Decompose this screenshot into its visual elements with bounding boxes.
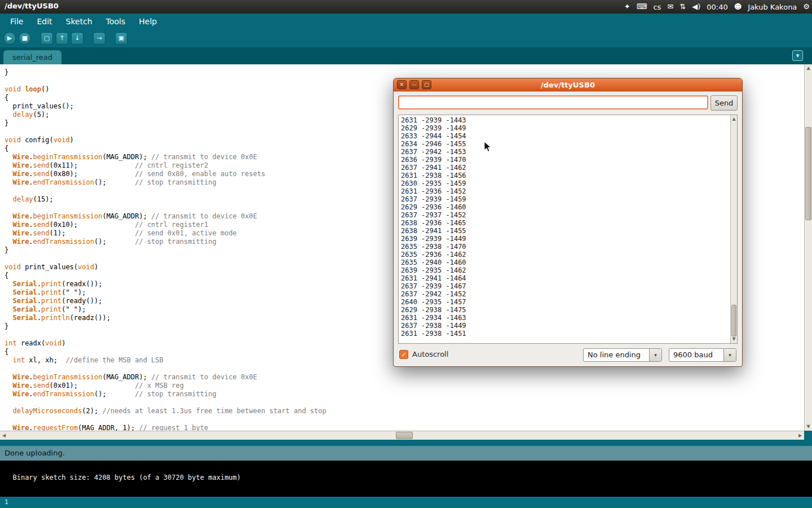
volume-icon[interactable]: ◀) xyxy=(692,0,700,14)
monitor-scroll-up-icon[interactable]: ▲ xyxy=(731,115,737,123)
upload-button[interactable]: → xyxy=(93,32,105,45)
menu-help[interactable]: Help xyxy=(134,15,161,28)
baud-rate-dropdown[interactable]: 9600 baud ▾ xyxy=(669,348,736,362)
tab-menu-icon: ▾ xyxy=(796,52,800,59)
serial-send-input[interactable] xyxy=(398,95,708,110)
keyboard-icon[interactable]: ⌨ xyxy=(637,0,647,14)
serial-monitor-button[interactable]: ▣ xyxy=(115,32,127,45)
monitor-scroll-down-icon[interactable]: ▼ xyxy=(731,335,737,343)
user-icon: ☻ xyxy=(734,0,742,14)
editor-vscroll-thumb[interactable] xyxy=(805,127,811,220)
serial-monitor-titlebar[interactable]: ✕ — ▢ /dev/ttyUSB0 xyxy=(394,78,742,91)
save-icon: ↓ xyxy=(74,34,80,42)
check-icon: ✓ xyxy=(401,351,406,358)
tab-label: serial_read xyxy=(12,53,52,62)
status-message: Done uploading. xyxy=(5,449,65,457)
keyboard-layout-label[interactable]: cs xyxy=(653,3,661,11)
menu-sketch[interactable]: Sketch xyxy=(61,15,97,28)
serial-monitor-title: /dev/ttyUSB0 xyxy=(394,78,742,91)
menu-file[interactable]: File xyxy=(6,15,28,28)
footer-bar: 1 xyxy=(0,497,812,508)
upload-icon: → xyxy=(96,34,102,42)
code-lines: } void loop(){ print_values(); delay(5);… xyxy=(5,68,326,431)
console-line: Binary sketch size: 4208 bytes (of a 307… xyxy=(12,474,241,481)
scroll-right-icon[interactable]: ▶ xyxy=(796,431,804,440)
mail-icon[interactable]: ✉ xyxy=(667,0,673,14)
monitor-vscrollbar[interactable]: ▲ ▼ xyxy=(730,115,737,343)
serial-output: 2631 -2939 -1443 2629 -2939 -1449 2633 -… xyxy=(401,116,729,342)
close-icon: ✕ xyxy=(400,82,404,87)
stop-button[interactable]: ■ xyxy=(19,32,31,45)
tab-serial-read[interactable]: serial_read xyxy=(3,50,61,64)
chevron-down-icon[interactable]: ▾ xyxy=(649,349,661,361)
gear-icon[interactable]: ⚙ xyxy=(803,0,810,14)
toolbar: ▶ ■ ▢ ↑ ↓ → ▣ xyxy=(0,29,812,47)
minimize-icon: — xyxy=(412,82,417,87)
autoscroll-checkbox[interactable]: ✓ xyxy=(399,350,408,359)
maximize-icon: ▢ xyxy=(424,82,429,87)
monitor-vscroll-thumb[interactable] xyxy=(731,305,736,336)
build-console: Binary sketch size: 4208 bytes (of a 307… xyxy=(0,461,812,497)
new-sketch-button[interactable]: ▢ xyxy=(41,32,53,45)
autoscroll-label: Autoscroll xyxy=(412,350,448,358)
network-icon[interactable]: ⇅ xyxy=(679,0,686,14)
menu-tools[interactable]: Tools xyxy=(102,15,130,28)
window-maximize-button[interactable]: ▢ xyxy=(422,80,431,89)
status-bar: Done uploading. xyxy=(0,446,812,461)
tabbar: serial_read ▾ xyxy=(0,47,812,64)
serial-monitor-window: ✕ — ▢ /dev/ttyUSB0 Send 2631 -2939 -1443… xyxy=(393,78,743,367)
line-ending-value: No line ending xyxy=(584,349,649,361)
open-button[interactable]: ↑ xyxy=(56,32,68,45)
serial-monitor-icon: ▣ xyxy=(118,34,124,42)
menu-edit[interactable]: Edit xyxy=(32,15,56,28)
editor-hscroll-thumb[interactable] xyxy=(396,432,413,439)
new-sketch-icon: ▢ xyxy=(44,34,50,42)
top-panel: /dev/ttyUSB0 ✦ ⌨ cs ✉ ⇅ ◀) 00:40 ☻ Jakub… xyxy=(0,0,812,14)
editor-vscrollbar[interactable]: ▲ ▼ xyxy=(804,64,812,431)
editor-hscrollbar[interactable]: ◀ ▶ xyxy=(0,431,804,440)
send-button[interactable]: Send xyxy=(710,95,738,111)
chevron-down-icon[interactable]: ▾ xyxy=(723,349,736,361)
window-minimize-button[interactable]: — xyxy=(409,80,419,89)
scroll-up-icon[interactable]: ▲ xyxy=(805,64,812,72)
window-close-button[interactable]: ✕ xyxy=(397,80,407,89)
stop-icon: ■ xyxy=(22,34,28,42)
save-button[interactable]: ↓ xyxy=(71,32,83,45)
clock-label[interactable]: 00:40 xyxy=(707,3,727,11)
scroll-left-icon[interactable]: ◀ xyxy=(0,431,8,440)
line-ending-dropdown[interactable]: No line ending ▾ xyxy=(583,348,662,362)
baud-rate-value: 9600 baud xyxy=(669,349,723,361)
panel-window-title: /dev/ttyUSB0 xyxy=(5,2,59,10)
tab-menu-button[interactable]: ▾ xyxy=(792,50,803,61)
scroll-down-icon[interactable]: ▼ xyxy=(805,423,812,431)
user-menu[interactable]: Jakub Kakona xyxy=(748,3,797,11)
serial-output-area: 2631 -2939 -1443 2629 -2939 -1449 2633 -… xyxy=(398,115,738,344)
menubar: File Edit Sketch Tools Help xyxy=(0,14,812,29)
verify-icon: ▶ xyxy=(7,34,12,42)
indicator-icon[interactable]: ✦ xyxy=(624,0,630,14)
open-icon: ↑ xyxy=(59,34,64,42)
monitor-bottom-bar: ✓ Autoscroll No line ending ▾ 9600 baud … xyxy=(394,347,742,363)
verify-button[interactable]: ▶ xyxy=(3,32,16,45)
line-indicator: 1 xyxy=(5,498,8,506)
